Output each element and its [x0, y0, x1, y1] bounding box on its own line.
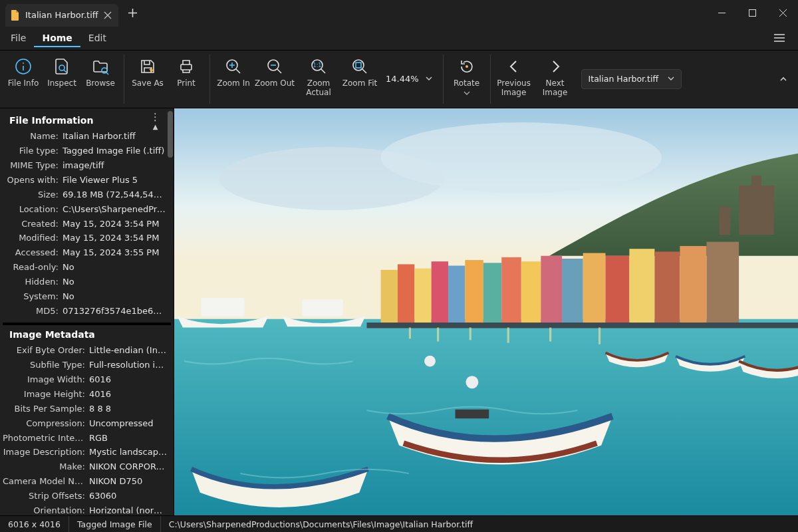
save-as-button[interactable]: Save As — [128, 54, 167, 88]
svg-rect-35 — [707, 242, 739, 325]
property-key: Image Width: — [3, 374, 89, 386]
property-value: No — [63, 276, 167, 289]
close-tab-icon[interactable] — [104, 11, 112, 19]
zoom-actual-label: Zoom Actual — [297, 79, 340, 98]
menu-edit[interactable]: Edit — [80, 29, 114, 47]
zoom-out-label: Zoom Out — [255, 79, 295, 88]
property-row: Orientation:Horizontal (normal) — [3, 503, 171, 515]
print-label: Print — [177, 79, 196, 88]
property-key: Size: — [3, 189, 63, 201]
file-selector[interactable]: Italian Harbor.tiff — [581, 69, 682, 89]
titlebar: Italian Harbor.tiff — [0, 0, 798, 27]
property-key: System: — [3, 291, 63, 303]
file-information-section: File Information Name:Italian Harbor.tif… — [3, 111, 171, 323]
property-key: Modified: — [3, 232, 63, 245]
chevron-down-icon — [464, 90, 470, 99]
zoom-in-label: Zoom In — [217, 79, 250, 88]
property-row: Modified:May 15, 2024 3:54 PM — [3, 231, 171, 246]
ribbon-separator — [490, 55, 491, 104]
status-dimensions: 6016 x 4016 — [0, 516, 69, 532]
property-row: Image Height:4016 — [3, 387, 171, 402]
property-value: May 15, 2024 3:55 PM — [63, 247, 167, 259]
chevron-down-icon — [668, 74, 674, 84]
zoom-out-icon — [266, 58, 283, 75]
property-value: NIKON CORPORA... — [89, 461, 167, 473]
next-image-button[interactable]: Next Image — [533, 54, 577, 98]
image-viewport[interactable] — [174, 108, 798, 515]
svg-rect-42 — [409, 327, 411, 338]
inspect-button[interactable]: Inspect — [43, 54, 81, 88]
svg-rect-46 — [549, 327, 551, 341]
property-value: Horizontal (normal) — [89, 505, 167, 516]
zoom-actual-button[interactable]: 1:1 Zoom Actual — [297, 54, 340, 98]
close-window-button[interactable] — [767, 0, 798, 26]
menu-file[interactable]: File — [3, 29, 34, 47]
property-row: Hidden:No — [3, 275, 171, 289]
svg-rect-11 — [356, 63, 361, 68]
svg-rect-27 — [521, 261, 541, 325]
svg-rect-24 — [465, 260, 483, 325]
property-key: Created: — [3, 218, 63, 231]
document-tab-label: Italian Harbor.tiff — [25, 10, 98, 20]
svg-point-4 — [102, 68, 107, 73]
panel-scrollbar[interactable] — [168, 111, 173, 158]
document-tab[interactable]: Italian Harbor.tiff — [5, 4, 118, 27]
property-row: Image Description:Mystic landscape ... — [3, 446, 171, 460]
previous-image-label-2: Image — [501, 88, 527, 98]
svg-rect-5 — [181, 65, 192, 70]
property-value: 4016 — [89, 388, 167, 401]
property-value: Full-resolution im... — [89, 359, 167, 372]
file-info-label: File Info — [8, 79, 39, 88]
property-value: May 15, 2024 3:54 PM — [63, 218, 167, 231]
zoom-fit-label: Zoom Fit — [342, 79, 377, 88]
print-button[interactable]: Print — [167, 54, 205, 88]
svg-rect-34 — [680, 246, 706, 325]
browse-button[interactable]: Browse — [81, 54, 120, 88]
collapse-ribbon-button[interactable] — [775, 71, 791, 87]
svg-rect-18 — [720, 207, 731, 235]
property-value: 69.18 MB (72,544,540 bytes) — [63, 189, 167, 201]
property-value: 8 8 8 — [89, 403, 167, 416]
panel-options-button[interactable]: ⋮ ▲ — [150, 112, 160, 130]
property-row: Subfile Type:Full-resolution im... — [3, 358, 171, 373]
property-row: Size:69.18 MB (72,544,540 bytes) — [3, 188, 171, 202]
property-row: Name:Italian Harbor.tiff — [3, 130, 171, 144]
property-key: Bits Per Sample: — [3, 403, 89, 416]
next-image-label: Next Image — [533, 79, 577, 98]
property-value: RGB — [89, 432, 167, 445]
info-icon — [15, 58, 32, 75]
minimize-button[interactable] — [706, 0, 737, 26]
property-value: C:\Users\SharpenedProdu... — [63, 203, 167, 216]
svg-rect-20 — [398, 264, 414, 325]
property-value: No — [63, 261, 167, 274]
menu-home[interactable]: Home — [34, 29, 80, 47]
zoom-level-select[interactable]: 14.44% — [380, 69, 438, 89]
property-key: Image Description: — [3, 446, 89, 459]
svg-rect-32 — [629, 249, 654, 325]
property-key: MIME Type: — [3, 160, 63, 172]
rotate-button[interactable]: Rotate — [448, 54, 486, 99]
svg-rect-23 — [448, 265, 465, 325]
hamburger-menu-button[interactable] — [767, 28, 791, 48]
previous-image-button[interactable]: Previous Image — [495, 54, 533, 98]
property-value: No — [63, 291, 167, 303]
maximize-button[interactable] — [737, 0, 767, 26]
zoom-fit-button[interactable]: Zoom Fit — [340, 54, 379, 88]
property-row: Read-only:No — [3, 261, 171, 275]
new-tab-button[interactable] — [121, 2, 144, 25]
svg-rect-29 — [562, 259, 583, 325]
ribbon-group-output: Save As Print — [128, 54, 205, 104]
file-info-button[interactable]: File Info — [4, 54, 43, 88]
ribbon-separator — [209, 55, 210, 104]
property-key: Strip Offsets: — [3, 490, 89, 503]
property-key: Name: — [3, 130, 63, 143]
svg-rect-43 — [437, 327, 439, 341]
property-value: image/tiff — [63, 160, 167, 172]
property-row: MD5:0713276f3574e1be6692043... — [3, 304, 171, 319]
file-information-title: File Information — [3, 111, 171, 130]
ribbon-group-file: File Info Inspect Browse — [4, 54, 120, 104]
zoom-out-button[interactable]: Zoom Out — [253, 54, 297, 88]
property-row: Make:NIKON CORPORA... — [3, 460, 171, 475]
property-key: Read-only: — [3, 261, 63, 274]
zoom-in-button[interactable]: Zoom In — [214, 54, 253, 88]
